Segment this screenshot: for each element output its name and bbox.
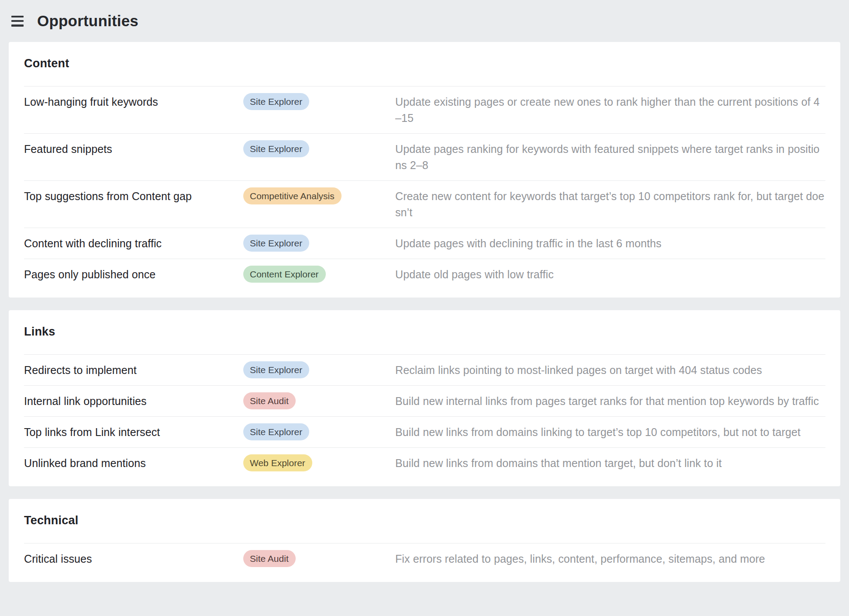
hamburger-menu-icon[interactable]: [11, 16, 24, 27]
section-rows: Low-hanging fruit keywords Site Explorer…: [24, 86, 825, 290]
opportunity-title-link[interactable]: Critical issues: [24, 551, 243, 567]
tool-badge-column: Site Explorer: [243, 141, 395, 157]
tool-badge-column: Site Explorer: [243, 94, 395, 110]
opportunity-row: Critical issues Site Audit Fix errors re…: [24, 543, 825, 574]
opportunity-row: Pages only published once Content Explor…: [24, 259, 825, 290]
tool-badge-column: Competitive Analysis: [243, 188, 395, 204]
opportunity-description: Update old pages with low traffic: [395, 266, 825, 283]
opportunity-description: Update existing pages or create new ones…: [395, 94, 825, 126]
page-title: Opportunities: [37, 12, 138, 30]
section-card-content: Content Low-hanging fruit keywords Site …: [9, 42, 840, 298]
opportunity-description: Create new content for keywords that tar…: [395, 188, 825, 221]
tool-badge-column: Web Explorer: [243, 455, 395, 471]
opportunity-title-link[interactable]: Top links from Link intersect: [24, 424, 243, 440]
tool-badge-column: Site Explorer: [243, 424, 395, 440]
section-title: Content: [24, 57, 825, 70]
opportunity-description: Reclaim links pointing to most-linked pa…: [395, 362, 825, 378]
opportunity-title-link[interactable]: Internal link opportunities: [24, 393, 243, 409]
opportunity-title-link[interactable]: Featured snippets: [24, 141, 243, 157]
tool-badge: Site Explorer: [243, 140, 309, 157]
opportunity-row: Internal link opportunities Site Audit B…: [24, 385, 825, 416]
opportunity-description: Build new links from domains that mentio…: [395, 455, 825, 471]
opportunity-title-link[interactable]: Content with declining traffic: [24, 235, 243, 251]
section-card-links: Links Redirects to implement Site Explor…: [9, 310, 840, 486]
tool-badge-column: Content Explorer: [243, 266, 395, 283]
opportunity-row: Featured snippets Site Explorer Update p…: [24, 133, 825, 180]
opportunity-row: Content with declining traffic Site Expl…: [24, 228, 825, 259]
opportunity-title-link[interactable]: Top suggestions from Content gap: [24, 188, 243, 204]
hamburger-bar: [11, 24, 24, 27]
tool-badge: Site Audit: [243, 550, 296, 567]
opportunity-description: Update pages with declining traffic in t…: [395, 235, 825, 252]
opportunity-title-link[interactable]: Pages only published once: [24, 266, 243, 282]
opportunity-row: Unlinked brand mentions Web Explorer Bui…: [24, 447, 825, 478]
tool-badge: Site Explorer: [243, 235, 309, 252]
hamburger-bar: [11, 20, 24, 22]
opportunity-description: Build new links from domains linking to …: [395, 424, 825, 440]
tool-badge-column: Site Audit: [243, 393, 395, 409]
section-rows: Redirects to implement Site Explorer Rec…: [24, 354, 825, 478]
section-title: Technical: [24, 514, 825, 527]
opportunity-title-link[interactable]: Redirects to implement: [24, 362, 243, 378]
opportunity-row: Top links from Link intersect Site Explo…: [24, 416, 825, 447]
tool-badge: Content Explorer: [243, 266, 326, 283]
hamburger-bar: [11, 16, 24, 18]
opportunity-description: Update pages ranking for keywords with f…: [395, 141, 825, 173]
tool-badge: Site Explorer: [243, 93, 309, 110]
opportunity-row: Top suggestions from Content gap Competi…: [24, 180, 825, 228]
tool-badge-column: Site Audit: [243, 551, 395, 567]
tool-badge: Competitive Analysis: [243, 187, 342, 204]
section-card-technical: Technical Critical issues Site Audit Fix…: [9, 499, 840, 582]
opportunity-description: Build new internal links from pages targ…: [395, 393, 825, 409]
page-header: Opportunities: [0, 0, 849, 42]
sections: Content Low-hanging fruit keywords Site …: [0, 42, 849, 582]
section-title: Links: [24, 325, 825, 339]
tool-badge-column: Site Explorer: [243, 362, 395, 378]
section-rows: Critical issues Site Audit Fix errors re…: [24, 543, 825, 574]
opportunity-row: Redirects to implement Site Explorer Rec…: [24, 354, 825, 385]
tool-badge: Site Explorer: [243, 423, 309, 440]
tool-badge: Site Explorer: [243, 361, 309, 378]
tool-badge: Web Explorer: [243, 454, 312, 471]
tool-badge: Site Audit: [243, 392, 296, 409]
opportunity-title-link[interactable]: Low-hanging fruit keywords: [24, 94, 243, 110]
opportunity-row: Low-hanging fruit keywords Site Explorer…: [24, 86, 825, 133]
tool-badge-column: Site Explorer: [243, 235, 395, 252]
opportunity-title-link[interactable]: Unlinked brand mentions: [24, 455, 243, 471]
opportunity-description: Fix errors related to pages, links, cont…: [395, 551, 825, 567]
